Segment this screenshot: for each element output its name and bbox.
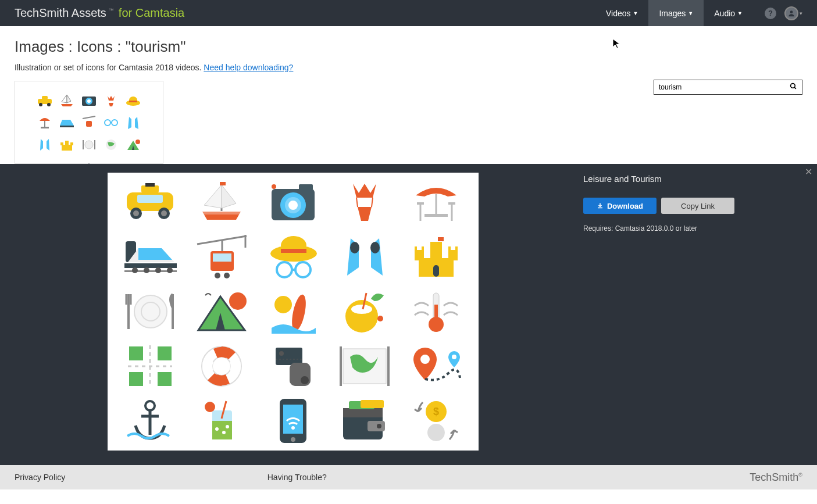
- svg-point-98: [429, 317, 444, 332]
- fins-icon: [334, 231, 395, 283]
- asset-thumbnail[interactable]: [15, 81, 163, 164]
- close-icon[interactable]: ✕: [805, 166, 812, 177]
- svg-point-11: [129, 96, 137, 103]
- svg-point-66: [215, 273, 220, 278]
- svg-point-29: [135, 140, 140, 144]
- svg-rect-53: [448, 202, 455, 205]
- bikini-icon: [101, 91, 121, 110]
- chevron-down-icon: ▾: [800, 10, 802, 16]
- svg-point-118: [145, 401, 155, 410]
- svg-point-57: [132, 267, 138, 273]
- chevron-down-icon: ▼: [688, 10, 693, 16]
- brand-suffix: for Camtasia: [119, 6, 184, 20]
- page-title: Images : Icons : "tourism": [15, 38, 802, 56]
- nav-label: Images: [659, 9, 686, 18]
- svg-line-2: [794, 87, 796, 89]
- svg-point-127: [205, 402, 215, 412]
- lifebuoy-icon: [191, 341, 252, 392]
- copy-link-button[interactable]: Copy Link: [661, 198, 734, 214]
- svg-rect-81: [422, 246, 424, 251]
- user-icon: [784, 6, 798, 20]
- svg-rect-77: [415, 250, 424, 260]
- svg-line-46: [356, 198, 358, 207]
- svg-rect-137: [361, 400, 384, 408]
- nav-label: Videos: [606, 9, 631, 18]
- svg-point-109: [279, 351, 284, 356]
- having-trouble-link[interactable]: Having Trouble?: [267, 473, 327, 482]
- nav-audio[interactable]: Audio ▼: [704, 0, 753, 26]
- nav-images[interactable]: Images ▼: [648, 0, 704, 26]
- svg-point-5: [39, 103, 42, 106]
- smartphone-wifi-icon: [263, 395, 324, 446]
- train-icon: [120, 231, 181, 283]
- svg-rect-78: [448, 250, 458, 260]
- search-box[interactable]: [654, 80, 802, 95]
- cable-car-icon: [79, 113, 99, 133]
- user-menu[interactable]: ▾: [784, 6, 802, 20]
- content-header: Images : Icons : "tourism" Illustration …: [0, 26, 817, 81]
- sunglasses-icon: [101, 113, 121, 133]
- nav-videos[interactable]: Videos ▼: [595, 0, 648, 26]
- cafe-umbrella-icon: [406, 177, 467, 228]
- asset-preview: $: [108, 173, 479, 451]
- svg-rect-108: [276, 348, 302, 365]
- svg-rect-39: [220, 182, 226, 185]
- search-icon[interactable]: [790, 83, 797, 92]
- svg-rect-49: [424, 214, 448, 217]
- svg-point-42: [272, 184, 276, 189]
- svg-rect-79: [430, 242, 442, 259]
- help-icon[interactable]: ?: [765, 8, 776, 19]
- svg-point-37: [161, 210, 167, 216]
- download-label: Download: [607, 202, 643, 210]
- asset-title: Leisure and Tourism: [583, 174, 734, 184]
- svg-rect-134: [368, 421, 385, 431]
- svg-rect-55: [124, 263, 177, 268]
- cocktail-icon: [191, 395, 252, 446]
- svg-point-93: [351, 305, 372, 314]
- svg-point-86: [134, 295, 167, 328]
- chevron-down-icon: ▼: [633, 10, 638, 16]
- svg-point-124: [222, 431, 226, 434]
- svg-point-91: [290, 294, 309, 333]
- svg-point-0: [790, 10, 793, 13]
- svg-rect-24: [65, 141, 69, 145]
- dining-icon: [79, 135, 99, 155]
- dining-icon: [120, 286, 181, 337]
- detail-sidebar: Leisure and Tourism Download Copy Link R…: [583, 173, 734, 453]
- svg-point-59: [155, 267, 161, 273]
- header-right: ? ▾: [765, 6, 802, 20]
- button-row: Download Copy Link: [583, 198, 734, 214]
- footer: Privacy Policy Having Trouble? TechSmith…: [0, 465, 817, 489]
- svg-rect-17: [86, 121, 92, 127]
- privacy-policy-link[interactable]: Privacy Policy: [15, 473, 65, 482]
- svg-rect-22: [60, 142, 63, 145]
- svg-point-117: [452, 355, 456, 359]
- svg-point-35: [133, 210, 139, 216]
- preview-grid: $: [120, 177, 467, 446]
- thumbnail-grid: [35, 91, 143, 155]
- svg-point-1: [791, 84, 795, 88]
- svg-rect-83: [455, 246, 458, 251]
- svg-point-45: [288, 201, 298, 210]
- svg-point-6: [47, 103, 51, 106]
- hat-glasses-icon: [263, 231, 324, 283]
- search-input[interactable]: [659, 83, 790, 91]
- svg-rect-82: [448, 246, 451, 251]
- download-button[interactable]: Download: [583, 198, 657, 214]
- subtitle-text: Illustration or set of icons for Camtasi…: [15, 63, 204, 72]
- globe-icon: [101, 135, 121, 155]
- help-download-link[interactable]: Need help downloading?: [204, 63, 293, 72]
- page-subtitle: Illustration or set of icons for Camtasi…: [15, 63, 802, 72]
- camera-icon: [79, 91, 99, 110]
- svg-point-67: [224, 273, 230, 278]
- svg-point-130: [291, 437, 295, 442]
- svg-point-72: [295, 262, 311, 277]
- svg-rect-4: [42, 96, 48, 99]
- svg-point-116: [420, 355, 430, 364]
- svg-point-18: [105, 120, 110, 126]
- svg-point-135: [377, 424, 381, 428]
- chevron-down-icon: ▼: [737, 10, 743, 16]
- svg-rect-52: [417, 202, 424, 205]
- brand[interactable]: TechSmith Assets ™ for Camtasia: [15, 6, 184, 20]
- tent-icon: [191, 286, 252, 337]
